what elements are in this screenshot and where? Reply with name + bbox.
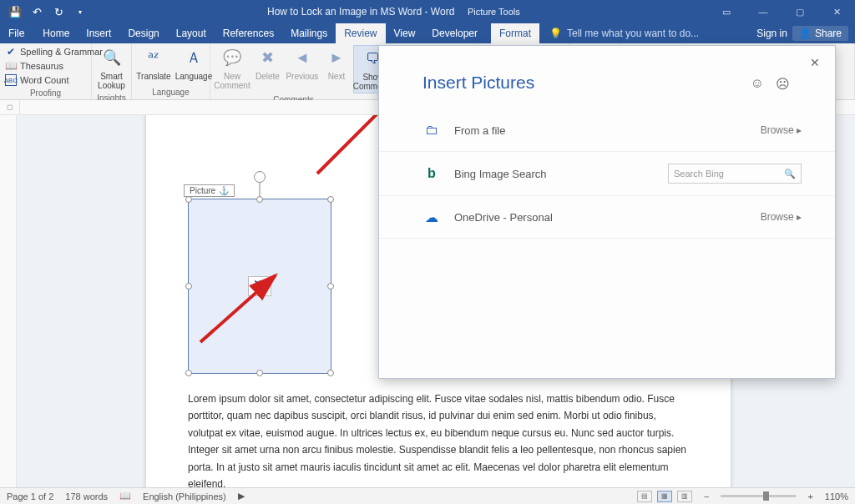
maximize-button[interactable]: ▢	[782, 0, 818, 23]
bing-search-input[interactable]: Search Bing 🔍	[668, 164, 802, 184]
resize-handle-nw[interactable]	[185, 196, 192, 203]
tell-me-search[interactable]: 💡 Tell me what you want to do...	[549, 23, 699, 43]
tab-mailings[interactable]: Mailings	[282, 23, 336, 43]
quick-access-toolbar: 💾 ↶ ↻ ▾	[0, 3, 95, 21]
thesaurus-button[interactable]: 📖Thesaurus	[3, 59, 104, 73]
previous-comment-button[interactable]: ◄Previous	[285, 45, 320, 83]
undo-button[interactable]: ↶	[27, 3, 47, 21]
view-print-layout[interactable]: ▦	[657, 491, 672, 502]
tab-review[interactable]: Review	[336, 23, 385, 43]
tab-format[interactable]: Format	[491, 23, 539, 43]
resize-handle-ne[interactable]	[327, 196, 334, 203]
language-button[interactable]: ＡLanguage	[175, 45, 212, 83]
picture-placeholder[interactable]: Picture⚓ 🖼	[188, 199, 331, 374]
zoom-in-button[interactable]: +	[807, 491, 812, 501]
zoom-out-button[interactable]: −	[704, 491, 709, 501]
body-text[interactable]: Lorem ipsum dolor sit amet, consectetur …	[188, 391, 689, 487]
status-macro-icon[interactable]: ▶	[238, 491, 245, 501]
window-controls: ▭ — ▢ ✕	[708, 0, 855, 23]
ruler-corner: ▢	[0, 100, 20, 114]
share-button[interactable]: 👤 Share	[792, 26, 848, 41]
vertical-ruler[interactable]	[0, 115, 17, 487]
tab-insert[interactable]: Insert	[78, 23, 119, 43]
zoom-thumb[interactable]	[763, 491, 769, 501]
tab-home[interactable]: Home	[34, 23, 78, 43]
panel-row-from-file[interactable]: 🗀 From a file Browse ▸	[379, 109, 835, 152]
thesaurus-label: Thesaurus	[20, 61, 63, 71]
onedrive-label: OneDrive - Personal	[454, 211, 553, 224]
next-label: Next	[328, 72, 346, 81]
tab-view[interactable]: View	[386, 23, 424, 43]
resize-handle-sw[interactable]	[185, 370, 192, 376]
translate-label: Translate	[136, 72, 170, 81]
anchor-icon: ⚓	[219, 186, 229, 195]
resize-handle-se[interactable]	[327, 370, 334, 376]
delete-icon: ✖	[255, 47, 279, 70]
file-icon: 🗀	[422, 121, 441, 139]
word-count-button[interactable]: ABCWord Count	[3, 73, 104, 87]
from-file-browse[interactable]: Browse ▸	[761, 124, 802, 136]
panel-feedback-icons: ☺ ☹	[751, 76, 790, 92]
next-icon: ►	[325, 47, 348, 70]
zoom-level[interactable]: 110%	[825, 491, 848, 501]
lightbulb-icon: 💡	[549, 28, 562, 39]
language-icon: Ａ	[182, 47, 205, 70]
spelling-grammar-button[interactable]: ✔Spelling & Grammar	[3, 45, 104, 58]
view-read-mode[interactable]: ▤	[637, 491, 652, 502]
status-language[interactable]: English (Philippines)	[143, 491, 226, 501]
ribbon-tabs: File Home Insert Design Layout Reference…	[0, 23, 855, 43]
tab-layout[interactable]: Layout	[168, 23, 215, 43]
qat-customize[interactable]: ▾	[70, 3, 90, 21]
zoom-slider[interactable]	[721, 495, 796, 497]
panel-close-button[interactable]: ✕	[810, 56, 820, 69]
tell-me-label: Tell me what you want to do...	[567, 28, 699, 39]
status-proofing-icon[interactable]: 📖	[119, 491, 131, 501]
spelling-label: Spelling & Grammar	[20, 47, 103, 57]
repeat-button[interactable]: ↻	[48, 3, 68, 21]
delete-comment-button[interactable]: ✖Delete	[254, 45, 281, 83]
resize-handle-w[interactable]	[185, 283, 192, 290]
tab-file[interactable]: File	[0, 23, 33, 43]
titlebar: 💾 ↶ ↻ ▾ How to Lock an Image in MS Word …	[0, 0, 855, 23]
comment-icon: 💬	[220, 47, 244, 70]
bing-label: Bing Image Search	[454, 168, 547, 180]
translate-button[interactable]: ᵃᶻTranslate	[135, 45, 172, 83]
picture-tag[interactable]: Picture⚓	[184, 184, 235, 197]
tab-developer[interactable]: Developer	[423, 23, 486, 43]
bing-icon: b	[422, 164, 441, 183]
resize-handle-e[interactable]	[327, 283, 334, 290]
status-words[interactable]: 178 words	[65, 491, 108, 501]
minimize-button[interactable]: —	[745, 0, 782, 23]
wordcount-label: Word Count	[20, 75, 69, 85]
search-icon: 🔍	[784, 169, 796, 179]
panel-row-bing[interactable]: b Bing Image Search Search Bing 🔍	[379, 152, 835, 196]
save-button[interactable]: 💾	[5, 3, 25, 21]
smile-icon[interactable]: ☺	[751, 76, 764, 92]
resize-handle-n[interactable]	[256, 196, 263, 203]
share-icon: 👤	[799, 28, 812, 39]
tab-design[interactable]: Design	[119, 23, 167, 43]
signin-link[interactable]: Sign in	[756, 28, 787, 39]
prev-label: Previous	[286, 72, 318, 81]
new-comment-button[interactable]: 💬New Comment	[214, 45, 250, 92]
smart-lookup-button[interactable]: 🔍Smart Lookup	[95, 45, 128, 92]
tab-references[interactable]: References	[215, 23, 282, 43]
next-comment-button[interactable]: ►Next	[323, 45, 350, 83]
smart-lookup-label: Smart Lookup	[97, 72, 126, 90]
picture-tag-label: Picture	[190, 186, 215, 195]
translate-icon: ᵃᶻ	[142, 47, 165, 70]
close-button[interactable]: ✕	[818, 0, 855, 23]
panel-row-onedrive[interactable]: ☁ OneDrive - Personal Browse ▸	[379, 196, 835, 239]
status-page[interactable]: Page 1 of 2	[7, 491, 53, 501]
frown-icon[interactable]: ☹	[776, 76, 790, 92]
rotate-handle[interactable]	[254, 171, 266, 183]
ribbon-display-options[interactable]: ▭	[708, 0, 745, 23]
resize-handle-s[interactable]	[256, 370, 263, 376]
statusbar: Page 1 of 2 178 words 📖 English (Philipp…	[0, 487, 855, 504]
context-tab-group: Picture Tools	[468, 0, 520, 23]
view-web-layout[interactable]: ▥	[677, 491, 692, 502]
bing-search-placeholder: Search Bing	[674, 169, 724, 179]
view-buttons: ▤ ▦ ▥	[637, 491, 692, 502]
from-file-label: From a file	[454, 124, 505, 137]
onedrive-browse[interactable]: Browse ▸	[761, 211, 802, 223]
